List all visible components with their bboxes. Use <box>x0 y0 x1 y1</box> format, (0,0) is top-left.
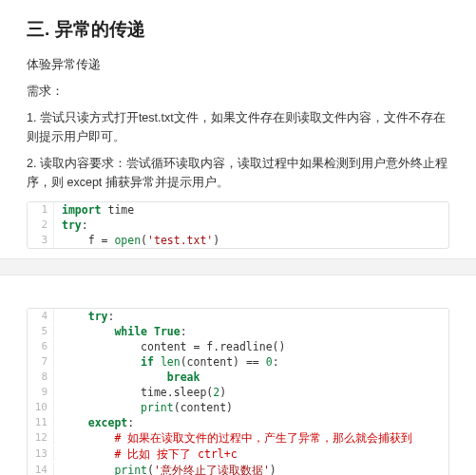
code-line: 13 # 比如 按下了 ctrl+c <box>28 446 448 463</box>
code-line: 1import time <box>28 202 448 218</box>
line-number: 8 <box>28 370 54 384</box>
line-code: break <box>54 370 448 385</box>
line-number: 3 <box>28 233 54 247</box>
intro-block: 体验异常传递需求：1. 尝试只读方式打开test.txt文件，如果文件存在则读取… <box>27 55 449 192</box>
line-number: 10 <box>28 400 54 414</box>
code-line: 12 # 如果在读取文件的过程中，产生了异常，那么就会捕获到 <box>28 430 448 446</box>
code-line: 9 time.sleep(2) <box>28 385 448 400</box>
code-line: 2try: <box>28 218 448 233</box>
line-number: 4 <box>28 309 54 323</box>
code-line: 6 content = f.readline() <box>28 339 448 354</box>
page-gap <box>0 258 476 276</box>
line-code: import time <box>54 202 448 218</box>
code-line: 8 break <box>28 370 448 385</box>
intro-line: 1. 尝试只读方式打开test.txt文件，如果文件存在则读取文件内容，文件不存… <box>27 108 449 146</box>
line-number: 13 <box>28 446 54 461</box>
line-code: try: <box>54 218 448 233</box>
line-number: 9 <box>28 385 54 399</box>
line-code: content = f.readline() <box>54 339 448 354</box>
line-code: try: <box>54 309 448 324</box>
line-number: 5 <box>28 324 54 338</box>
line-number: 11 <box>28 415 54 429</box>
code-line: 3 f = open('test.txt') <box>28 233 448 248</box>
document-page: 三. 异常的传递 体验异常传递需求：1. 尝试只读方式打开test.txt文件，… <box>0 0 476 475</box>
code-block-1: 1import time2try:3 f = open('test.txt') <box>27 201 449 249</box>
code-line: 4 try: <box>28 309 448 324</box>
code-line: 10 print(content) <box>28 400 448 415</box>
line-code: f = open('test.txt') <box>54 233 448 248</box>
line-code: print('意外终止了读取数据') <box>54 463 448 475</box>
code-line: 5 while True: <box>28 324 448 339</box>
line-code: if len(content) == 0: <box>54 354 448 370</box>
code-line: 7 if len(content) == 0: <box>28 354 448 370</box>
section-heading: 三. 异常的传递 <box>27 17 449 42</box>
line-number: 1 <box>28 202 54 217</box>
spacer <box>27 276 449 298</box>
intro-line: 体验异常传递 <box>27 55 449 74</box>
line-code: # 比如 按下了 ctrl+c <box>54 446 448 463</box>
intro-line: 需求： <box>27 82 449 101</box>
line-code: except: <box>54 415 448 430</box>
line-number: 12 <box>28 430 54 445</box>
line-code: while True: <box>54 324 448 339</box>
line-number: 7 <box>28 354 54 369</box>
line-number: 14 <box>28 463 54 475</box>
code-block-2: 4 try:5 while True:6 content = f.readlin… <box>27 308 449 475</box>
code-line: 11 except: <box>28 415 448 430</box>
line-code: print(content) <box>54 400 448 415</box>
line-number: 6 <box>28 339 54 353</box>
code-line: 14 print('意外终止了读取数据') <box>28 463 448 475</box>
intro-line: 2. 读取内容要求：尝试循环读取内容，读取过程中如果检测到用户意外终止程序，则 … <box>27 154 449 192</box>
line-code: # 如果在读取文件的过程中，产生了异常，那么就会捕获到 <box>54 430 448 446</box>
line-code: time.sleep(2) <box>54 385 448 400</box>
line-number: 2 <box>28 218 54 232</box>
